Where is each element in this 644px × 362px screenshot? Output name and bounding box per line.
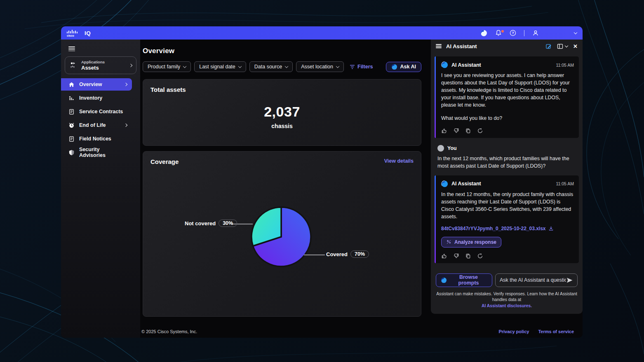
filter-data-source[interactable]: Data source	[249, 61, 293, 72]
slice-percent-badge: 70%	[350, 250, 369, 258]
help-icon[interactable]: ?	[510, 30, 516, 36]
sidebar-item-overview[interactable]: Overview	[61, 78, 132, 91]
sidebar: Applications Assets Overview	[61, 40, 140, 338]
menu-toggle-icon[interactable]	[68, 47, 75, 51]
disclaimer-text: Assistant can make mistakes. Verify resp…	[436, 292, 577, 302]
ai-icon	[391, 64, 397, 70]
thumbs-up-icon[interactable]	[441, 128, 447, 134]
coverage-pie-chart[interactable]	[246, 202, 316, 272]
thumbs-up-icon[interactable]	[441, 253, 447, 259]
ai-icon	[441, 277, 447, 283]
assistant-question-input[interactable]	[500, 277, 566, 283]
close-icon[interactable]: ✕	[573, 43, 578, 49]
filter-product-family[interactable]: Product family	[143, 61, 191, 72]
download-icon	[548, 226, 554, 231]
filter-last-signal-date[interactable]: Last signal date	[194, 61, 246, 72]
assistant-input-wrapper	[495, 273, 578, 287]
app-switcher[interactable]: Applications Assets	[65, 56, 136, 74]
sparkle-icon	[446, 239, 451, 245]
slice-percent-badge: 30%	[219, 220, 237, 227]
app-window: cisco IQ ?	[61, 26, 583, 338]
chevron-down-icon	[336, 65, 339, 68]
browse-prompts-button[interactable]: Browse prompts	[436, 273, 492, 287]
ai-assistant-icon[interactable]	[480, 30, 487, 37]
sidebar-item-field-notices[interactable]: Field Notices	[61, 133, 132, 145]
copyright-text: © 2025 Cisco Systems, Inc.	[141, 329, 197, 334]
leader-line-covered	[304, 255, 325, 255]
regenerate-icon[interactable]	[477, 253, 483, 259]
message-time: 11:05 AM	[556, 63, 574, 68]
attachment-link[interactable]: 84tCv83847rYVJpymh_0_2025-10-22_03.xlsx	[441, 226, 574, 231]
assistant-disclaimer: Assistant can make mistakes. Verify resp…	[431, 291, 583, 309]
total-assets-value: 2,037	[150, 104, 414, 120]
chevron-right-icon	[124, 124, 127, 127]
disclaimer-link[interactable]: AI Assistant disclosures.	[482, 304, 532, 308]
panel-layout-control[interactable]	[557, 44, 568, 49]
filter-icon	[350, 65, 355, 69]
product-name: IQ	[85, 30, 91, 37]
sidebar-item-security-advisories[interactable]: Security Advisories	[61, 146, 132, 159]
ai-panel-header: AI Assistant ✕	[431, 40, 583, 53]
ai-avatar	[441, 180, 448, 187]
brand: cisco IQ	[67, 29, 91, 37]
ask-ai-button[interactable]: Ask AI	[386, 62, 421, 72]
privacy-policy-link[interactable]: Privacy policy	[498, 329, 529, 334]
ai-panel-title: AI Assistant	[446, 43, 477, 49]
coverage-title: Coverage	[150, 158, 179, 165]
message-author: AI Assistant	[451, 181, 481, 187]
topbar-collapse-chevron-icon[interactable]	[574, 30, 577, 34]
ai-message: AI Assistant 11:05 AM I see you are revi…	[435, 56, 579, 138]
app-switcher-value: Assets	[81, 65, 126, 71]
bell-icon	[495, 30, 502, 36]
filter-label: Data source	[254, 64, 282, 70]
slice-label: Covered	[326, 251, 348, 257]
message-author: You	[447, 145, 457, 151]
chevron-down-icon	[285, 65, 288, 68]
message-actions	[441, 128, 574, 134]
notification-dot	[501, 30, 504, 33]
notifications-button[interactable]	[495, 30, 502, 36]
sidebar-item-label: Field Notices	[79, 136, 127, 142]
regenerate-icon[interactable]	[477, 128, 483, 134]
svg-text:?: ?	[512, 31, 514, 35]
inventory-bars-icon	[68, 95, 75, 101]
topbar: cisco IQ ?	[61, 26, 583, 40]
assistant-menu-icon[interactable]	[436, 43, 442, 49]
thumbs-down-icon[interactable]	[453, 253, 459, 259]
sidebar-item-end-of-life[interactable]: End of Life	[61, 119, 132, 131]
filters-button[interactable]: Filters	[350, 64, 373, 70]
sidebar-item-label: Inventory	[79, 95, 127, 101]
cisco-logo: cisco	[67, 29, 81, 37]
filter-label: Asset location	[301, 64, 333, 70]
copy-icon[interactable]	[465, 253, 471, 259]
ask-ai-label: Ask AI	[400, 64, 416, 70]
thumbs-down-icon[interactable]	[453, 128, 459, 134]
shield-icon	[68, 149, 75, 156]
coverage-card: Coverage View details	[143, 151, 421, 317]
analyze-response-button[interactable]: Analyze response	[441, 237, 501, 248]
sidebar-item-inventory[interactable]: Inventory	[61, 92, 132, 104]
terms-of-service-link[interactable]: Terms of service	[538, 329, 574, 334]
filter-asset-location[interactable]: Asset location	[296, 61, 344, 72]
chat-area: AI Assistant 11:05 AM I see you are revi…	[431, 53, 583, 263]
new-chat-icon[interactable]	[545, 43, 552, 49]
send-icon[interactable]	[566, 277, 573, 283]
ai-assistant-panel: AI Assistant ✕	[431, 40, 583, 314]
filters-button-label: Filters	[357, 64, 373, 70]
ai-message: AI Assistant 11:05 AM In the next 12 mon…	[435, 175, 579, 263]
total-assets-title: Total assets	[150, 86, 414, 93]
pie-label-not-covered: Not covered 30%	[185, 220, 237, 227]
home-icon	[68, 82, 75, 88]
svg-text:cisco: cisco	[67, 34, 74, 37]
sidebar-item-label: Overview	[79, 82, 120, 87]
document-icon	[68, 136, 75, 142]
view-details-link[interactable]: View details	[384, 158, 414, 165]
user-profile-icon[interactable]	[532, 30, 539, 36]
sidebar-item-service-contracts[interactable]: Service Contracts	[61, 105, 132, 118]
sidebar-item-label: End of Life	[79, 122, 120, 128]
chevron-right-icon	[129, 64, 132, 67]
message-text: What would you like to do?	[441, 115, 574, 122]
copy-icon[interactable]	[465, 128, 471, 134]
user-message: You In the next 12 months, which product…	[435, 138, 579, 175]
total-assets-unit: chassis	[150, 123, 414, 129]
